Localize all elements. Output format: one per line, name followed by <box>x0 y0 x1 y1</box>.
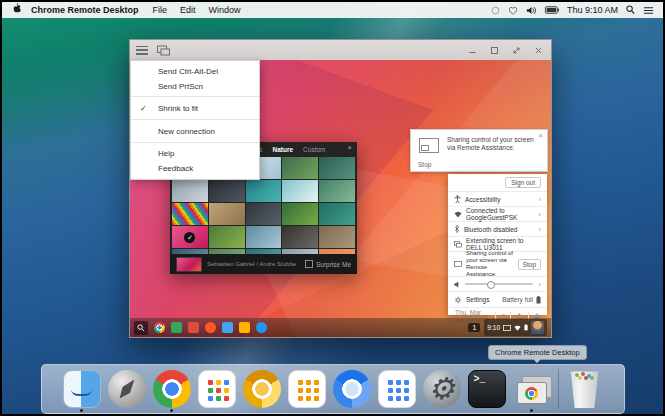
shelf-status-tray[interactable]: 9:10 <box>484 319 547 336</box>
minimize-button[interactable] <box>466 44 479 57</box>
notification-close-icon[interactable]: × <box>538 131 543 140</box>
wallpaper-tab[interactable]: Nature <box>273 146 294 153</box>
screen-share-icon <box>419 138 439 153</box>
shelf-apps <box>154 322 267 333</box>
dock-app-grid-color[interactable] <box>198 366 236 412</box>
dock-chromium[interactable] <box>333 366 371 412</box>
wallpaper-tile[interactable] <box>282 157 318 179</box>
apple-menu[interactable] <box>11 3 21 17</box>
dock-app-grid-blue[interactable] <box>378 366 416 412</box>
dock-chrome-remote-desktop[interactable] <box>513 366 551 412</box>
menu-item[interactable]: Send Ctrl-Alt-Del <box>131 64 259 79</box>
wallpaper-tile[interactable] <box>172 180 208 202</box>
wallpaper-tile[interactable] <box>209 203 245 225</box>
dock-divider[interactable] <box>558 366 559 412</box>
menu-file[interactable]: File <box>153 5 168 15</box>
spotlight-search-icon[interactable] <box>626 5 635 15</box>
volume-slider[interactable] <box>465 283 533 285</box>
menu-bar-clock[interactable]: Thu 9:10 AM <box>567 5 618 15</box>
dock-chrome[interactable] <box>153 366 191 412</box>
running-indicator-dot <box>80 409 83 412</box>
shelf-mail[interactable] <box>222 322 233 333</box>
running-indicator-dot <box>530 409 533 412</box>
wifi-icon <box>514 325 521 331</box>
dock-trash[interactable] <box>566 366 604 412</box>
shelf-launcher-button[interactable] <box>134 321 148 335</box>
extend-screen-label: Extending screen to DELL U3011 <box>466 237 541 251</box>
wallpaper-tile[interactable] <box>172 203 208 225</box>
wallpaper-tile[interactable] <box>246 203 282 225</box>
menu-item[interactable]: Send PrtScn <box>131 79 259 97</box>
status-icon[interactable] <box>491 6 500 15</box>
menu-window[interactable]: Window <box>209 5 241 15</box>
sharing-notification[interactable]: Sharing control of your screen via Remot… <box>410 129 548 172</box>
app-icon <box>108 370 146 408</box>
shelf-app-green[interactable] <box>171 322 182 333</box>
menu-edit[interactable]: Edit <box>180 5 196 15</box>
system-tray-panel: Sign out Accessibility › Connected to Go… <box>448 174 547 315</box>
dock-system-preferences[interactable] <box>423 366 461 412</box>
sharing-control-row: Sharing control of your screen via Remot… <box>448 251 547 276</box>
wallpaper-tile[interactable] <box>319 226 355 248</box>
picker-close-icon[interactable]: × <box>347 143 352 152</box>
heart-status-icon[interactable] <box>508 6 518 15</box>
battery-icon[interactable] <box>545 6 559 14</box>
active-app-name[interactable]: Chrome Remote Desktop <box>31 5 139 15</box>
dock-terminal[interactable] <box>468 366 506 412</box>
user-avatar[interactable] <box>531 321 544 334</box>
wallpaper-tile[interactable] <box>172 226 208 248</box>
notification-center-icon[interactable] <box>643 6 654 15</box>
sharing-stop-button[interactable]: Stop <box>518 259 541 270</box>
dock-finder[interactable] <box>63 366 101 412</box>
dock-app-grid-orange[interactable] <box>288 366 326 412</box>
network-row[interactable]: Connected to GoogleGuestPSK › <box>448 206 547 221</box>
app-icon <box>558 369 559 409</box>
settings-label[interactable]: Settings <box>466 296 490 303</box>
extend-screen-row[interactable]: Extending screen to DELL U3011 <box>448 236 547 251</box>
wallpaper-tile[interactable] <box>282 180 318 202</box>
dock-launchpad[interactable] <box>108 366 146 412</box>
menu-item[interactable]: Help <box>131 146 259 161</box>
session-dropdown-menu: Send Ctrl-Alt-Del Send PrtScn ✓Shrink to… <box>130 60 260 180</box>
screen-options-icon[interactable] <box>157 45 170 56</box>
shelf-app-red[interactable] <box>188 322 199 333</box>
volume-icon[interactable] <box>526 6 537 15</box>
sign-out-row: Sign out <box>448 174 547 191</box>
dock-chrome-canary[interactable] <box>243 366 281 412</box>
volume-slider-knob[interactable] <box>487 281 495 289</box>
wallpaper-tile[interactable] <box>282 226 318 248</box>
fullscreen-icon <box>512 46 521 55</box>
maximize-icon <box>490 46 499 55</box>
fullscreen-button[interactable] <box>510 44 523 57</box>
wallpaper-tile[interactable] <box>319 180 355 202</box>
shelf-app-amber[interactable] <box>239 322 250 333</box>
maximize-button[interactable] <box>488 44 501 57</box>
app-icon <box>517 382 547 404</box>
menu-item[interactable]: ✓Shrink to fit <box>131 100 259 120</box>
surprise-me-checkbox[interactable] <box>305 260 313 268</box>
shelf-app-blue[interactable] <box>256 322 267 333</box>
wallpaper-tile[interactable] <box>246 226 282 248</box>
wallpaper-tile[interactable] <box>209 180 245 202</box>
notification-stop-button[interactable]: Stop <box>418 161 431 168</box>
sign-out-button[interactable]: Sign out <box>505 177 541 188</box>
wallpaper-tile[interactable] <box>319 157 355 179</box>
wallpaper-tile[interactable] <box>246 180 282 202</box>
accessibility-row[interactable]: Accessibility › <box>448 191 547 206</box>
menu-item[interactable]: Feedback <box>131 161 259 176</box>
battery-full-icon <box>536 296 541 304</box>
window-title-bar[interactable] <box>130 40 551 61</box>
shelf-play-music[interactable] <box>205 322 216 333</box>
notification-count-badge[interactable]: 1 <box>468 323 480 332</box>
shelf-chrome[interactable] <box>154 322 165 333</box>
wallpaper-tab[interactable]: Custom <box>303 146 325 153</box>
surprise-me-control[interactable]: Surprise Me <box>305 260 351 268</box>
wallpaper-tile[interactable] <box>209 226 245 248</box>
close-button[interactable] <box>532 44 545 57</box>
wallpaper-tile[interactable] <box>282 203 318 225</box>
extend-display-icon <box>454 241 462 248</box>
session-menu-button[interactable] <box>136 46 148 55</box>
wallpaper-tile[interactable] <box>319 203 355 225</box>
bluetooth-row[interactable]: Bluetooth disabled › <box>448 221 547 236</box>
menu-item[interactable]: New connection <box>131 123 259 143</box>
